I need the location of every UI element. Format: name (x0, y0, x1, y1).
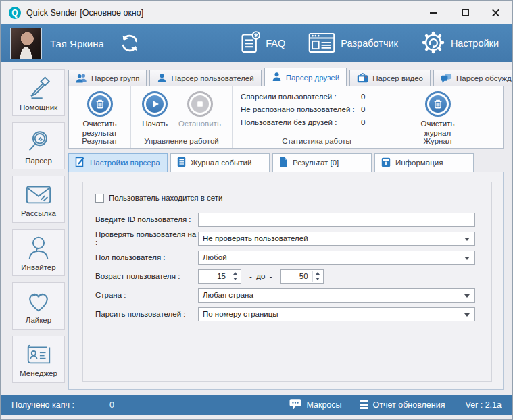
chevron-down-icon (464, 313, 470, 317)
settings-button[interactable]: Настройки (421, 30, 499, 57)
settings-gear-icon (421, 30, 445, 57)
age-separator: - до - (249, 272, 272, 280)
status-bar: Получено капч : 0 Макросы Отчет обновлен… (1, 395, 512, 415)
subtab-label: Информация (395, 159, 443, 167)
age-from-value: 15 (217, 272, 226, 280)
tab-parser-discussions[interactable]: Парсер обсужд (433, 70, 513, 86)
online-checkbox[interactable] (95, 194, 104, 203)
update-report-button[interactable]: Отчет обновления (360, 400, 445, 410)
developer-browser-icon (308, 31, 335, 56)
maximize-button[interactable] (458, 6, 473, 20)
trash-icon (429, 95, 447, 113)
check-user-value: Не проверять пользователей (203, 234, 308, 242)
captcha-value: 0 (109, 400, 114, 410)
tab-parser-users[interactable]: Парсер пользователей (149, 70, 261, 86)
toolbar-stats-group: Спарсили пользователей : 0 Не распознано… (233, 86, 401, 148)
stepper-down-icon[interactable] (313, 276, 322, 282)
macros-label: Макросы (306, 400, 341, 410)
journal-group-caption: Журнал (401, 137, 474, 145)
id-card-icon (24, 342, 53, 367)
toolbar-control-group: Начать Остановить Управление работой (131, 86, 233, 148)
settings-label: Настройки (451, 38, 499, 49)
subtab-result[interactable]: Результат [0] (272, 153, 372, 172)
clear-result-label: Очистить результат (78, 119, 122, 138)
sidebar-item-parser[interactable]: Парсер (12, 122, 65, 169)
subtab-parser-settings[interactable]: Настройки парсера (68, 153, 168, 172)
age-from-stepper[interactable]: 15 (198, 269, 241, 284)
sidebar-item-liker[interactable]: Лайкер (12, 282, 65, 330)
sidebar-item-label: Рассылка (21, 209, 56, 217)
heart-icon (24, 288, 53, 314)
chevron-down-icon (464, 294, 470, 298)
chat-bubbles-icon (441, 73, 452, 84)
parse-mode-value: По номеру страницы (203, 310, 278, 318)
tab-label: Парсер друзей (286, 74, 339, 82)
clear-result-button[interactable] (87, 91, 113, 117)
tab-label: Парсер пользователей (171, 74, 253, 82)
check-user-select[interactable]: Не проверять пользователей (198, 232, 475, 246)
toolbar: Очистить результат Результат Начать (68, 86, 504, 149)
tab-label: Парсер обсужд (456, 74, 512, 82)
pencil-icon (25, 74, 52, 101)
sidebar-item-helper[interactable]: Помощник (12, 69, 65, 116)
subtab-strip: Настройки парсера Журнал событий (68, 153, 504, 172)
sidebar-item-inviter[interactable]: Инвайтер (12, 229, 65, 276)
faq-label: FAQ (266, 38, 285, 49)
update-report-label: Отчет обновления (373, 400, 445, 410)
trash-icon (91, 95, 109, 113)
parse-mode-row: Парсить пользователей : По номеру страни… (95, 307, 475, 321)
gender-label: Пол пользователя : (95, 253, 198, 261)
clear-journal-button[interactable] (425, 91, 451, 117)
app-window: Q Quick Sender [Основное окно] Тая Яркин… (0, 0, 513, 420)
age-label: Возраст пользователя : (95, 272, 198, 280)
country-select[interactable]: Любая страна (198, 288, 475, 303)
title-bar: Q Quick Sender [Основное окно] (1, 1, 512, 24)
online-checkbox-row: Пользователь находится в сети (95, 192, 475, 203)
hamburger-icon (360, 400, 368, 409)
tab-parser-video[interactable]: Парсер видео (349, 70, 431, 86)
country-value: Любая страна (203, 291, 253, 299)
statusbar-right: Макросы Отчет обновления Ver : 2.1a (289, 398, 502, 412)
subtab-information[interactable]: Информация (374, 153, 474, 172)
close-button[interactable] (491, 7, 502, 18)
control-group-caption: Управление работой (131, 137, 232, 145)
user-avatar[interactable] (10, 28, 42, 59)
settings-groupbox: Пользователь находится в сети Введите ID… (82, 182, 492, 382)
clear-journal-label: Очистить журнал (416, 119, 460, 138)
minimize-button[interactable] (426, 6, 441, 20)
start-label: Начать (142, 119, 168, 128)
window-title: Quick Sender [Основное окно] (26, 8, 143, 18)
app-logo-icon: Q (9, 7, 21, 19)
sidebar-item-mailing[interactable]: Рассылка (12, 176, 65, 223)
faq-button[interactable]: FAQ (240, 30, 285, 57)
gender-value: Любой (203, 253, 227, 261)
age-to-stepper[interactable]: 50 (280, 269, 324, 284)
toolbar-spacer (474, 86, 503, 148)
stat-value: 0 (361, 105, 394, 113)
age-row: Возраст пользователя : 15 - до - (95, 269, 475, 284)
sidebar-item-label: Лайкер (26, 316, 51, 324)
subtab-label: Результат [0] (293, 159, 339, 167)
tab-parser-groups[interactable]: Парсер групп (68, 70, 147, 86)
macros-button[interactable]: Макросы (289, 398, 341, 412)
stat-row: Спарсили пользователей : 0 (241, 93, 394, 101)
stepper-up-icon[interactable] (230, 271, 240, 277)
subtab-event-journal[interactable]: Журнал событий (170, 153, 270, 172)
faq-document-icon (240, 30, 260, 57)
user-id-input[interactable] (198, 213, 475, 227)
gender-select[interactable]: Любой (198, 251, 475, 265)
journal-icon (177, 157, 186, 169)
stepper-down-icon[interactable] (230, 276, 240, 282)
developer-button[interactable]: Разработчик (308, 31, 398, 56)
stepper-up-icon[interactable] (313, 271, 322, 277)
stop-button[interactable] (187, 91, 213, 117)
subtab-label: Настройки парсера (90, 159, 160, 167)
tab-parser-friends[interactable]: Парсер друзей (264, 68, 347, 86)
parse-mode-select[interactable]: По номеру страницы (198, 307, 475, 321)
start-button[interactable] (142, 91, 168, 117)
version-label: Ver : 2.1a (465, 400, 502, 410)
magnifier-icon (25, 128, 52, 155)
sidebar-item-manager[interactable]: Менеджер (12, 336, 65, 383)
refresh-icon[interactable] (118, 31, 142, 55)
parser-settings-panel: Пользователь находится в сети Введите ID… (68, 172, 504, 390)
